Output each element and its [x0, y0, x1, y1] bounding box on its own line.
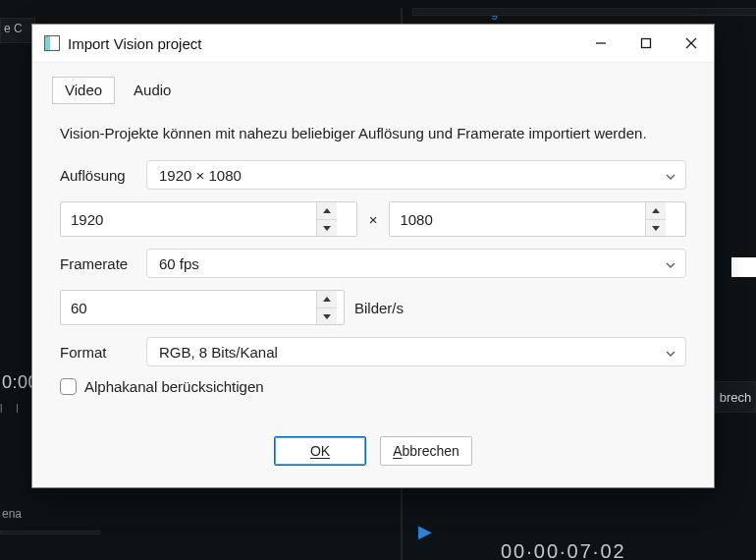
chevron-down-icon [666, 167, 675, 184]
maximize-button[interactable] [623, 25, 669, 62]
chevron-down-icon [666, 344, 675, 361]
format-dropdown[interactable]: RGB, 8 Bits/Kanal [146, 337, 686, 366]
label-format: Format [60, 344, 146, 361]
height-step-down[interactable] [646, 220, 666, 237]
dialog-import-vision-project: Import Vision project Video Audio Vision… [31, 24, 715, 488]
triangle-down-icon [652, 226, 660, 231]
triangle-down-icon [323, 314, 331, 319]
cancel-button[interactable]: Abbrechen [380, 436, 472, 466]
close-button[interactable] [669, 25, 714, 62]
triangle-up-icon [652, 208, 660, 213]
svg-rect-1 [642, 39, 651, 48]
cancel-label: Abbrechen [393, 443, 459, 459]
tab-video[interactable]: Video [52, 77, 115, 104]
label-frames-unit: Bilder/s [354, 300, 404, 316]
framerate-step-up[interactable] [317, 291, 337, 308]
tab-audio[interactable]: Audio [121, 77, 184, 104]
titlebar[interactable]: Import Vision project [32, 25, 714, 62]
dimension-separator: × [369, 211, 378, 228]
bg-fragment: ena [2, 507, 22, 521]
ok-button[interactable]: OK [274, 436, 366, 466]
height-input[interactable] [390, 202, 645, 236]
framerate-input[interactable] [61, 291, 316, 324]
bg-button: brech [720, 390, 752, 405]
width-spinbox[interactable] [60, 201, 357, 237]
background-app: e C g 0:00 | | | | brech ena ▶ 00·00·07·… [0, 0, 756, 560]
width-step-down[interactable] [317, 220, 337, 237]
format-value: RGB, 8 Bits/Kanal [159, 344, 278, 361]
triangle-down-icon [323, 226, 331, 231]
width-step-up[interactable] [317, 202, 337, 220]
triangle-up-icon [323, 208, 331, 213]
framerate-spinbox[interactable] [60, 290, 345, 325]
label-resolution: Auflösung [60, 167, 146, 184]
resolution-value: 1920 × 1080 [159, 167, 242, 184]
bg-fragment: e C [4, 22, 23, 35]
app-icon [44, 35, 60, 51]
framerate-step-down[interactable] [317, 308, 337, 325]
chevron-down-icon [666, 255, 675, 272]
height-step-up[interactable] [646, 202, 666, 220]
height-spinbox[interactable] [389, 201, 686, 237]
minimize-button[interactable] [578, 25, 623, 62]
width-input[interactable] [61, 202, 316, 236]
label-alpha: Alphakanal berücksichtigen [84, 378, 264, 395]
framerate-value: 60 fps [159, 255, 199, 272]
tabstrip: Video Audio [32, 63, 714, 104]
bg-timecode: 00·00·07·02 [501, 540, 626, 560]
label-framerate: Framerate [60, 255, 146, 272]
triangle-up-icon [323, 297, 331, 302]
resolution-dropdown[interactable]: 1920 × 1080 [146, 160, 686, 190]
description-text: Vision-Projekte können mit nahezu belieb… [60, 122, 686, 144]
framerate-dropdown[interactable]: 60 fps [146, 249, 686, 278]
window-title: Import Vision project [68, 35, 201, 52]
ok-label: OK [310, 443, 330, 459]
alpha-checkbox[interactable] [60, 378, 77, 395]
